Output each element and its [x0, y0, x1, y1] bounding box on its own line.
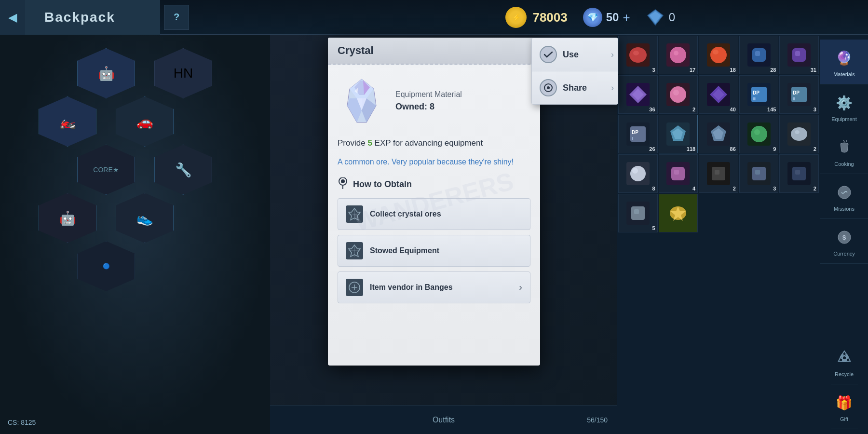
- context-menu: Use › Share ›: [531, 38, 618, 105]
- modal-overlay: WANDERERS Crystal: [0, 0, 868, 434]
- modal-title: Crystal: [338, 44, 374, 56]
- modal-content: Equipment Material Owned: 8 Provide 5 EX…: [328, 65, 540, 318]
- crystal-image: [338, 74, 386, 127]
- share-label: Share: [563, 83, 587, 93]
- obtain-item-3[interactable]: Item vendor in Banges ›: [338, 271, 530, 303]
- svg-point-63: [341, 179, 345, 183]
- how-to-obtain-header: How to Obtain: [338, 177, 530, 191]
- use-arrow: ›: [611, 50, 614, 60]
- obtain-arrow-3: ›: [519, 282, 522, 293]
- share-arrow: ›: [611, 83, 614, 93]
- obtain-text-3: Item vendor in Banges: [370, 283, 512, 292]
- obtain-icon-1: [346, 205, 363, 223]
- share-icon: [540, 79, 557, 96]
- context-menu-use[interactable]: Use ›: [532, 38, 618, 71]
- item-description-primary: Provide 5 EXP for advancing equipment: [338, 137, 530, 149]
- item-info: Equipment Material Owned: 8: [395, 90, 530, 112]
- use-label: Use: [563, 50, 579, 60]
- pin-icon: [338, 177, 348, 191]
- modal-title-bar: Crystal: [328, 38, 540, 65]
- context-menu-share[interactable]: Share ›: [532, 71, 618, 104]
- how-to-obtain-label: How to Obtain: [353, 179, 412, 190]
- obtain-item-1[interactable]: Collect crystal ores: [338, 198, 530, 230]
- item-detail-panel: WANDERERS Crystal: [328, 38, 540, 366]
- obtain-text-2: Stowed Equipment: [370, 246, 522, 255]
- obtain-icon-2: [346, 242, 363, 259]
- svg-point-75: [547, 86, 550, 89]
- use-icon: [540, 46, 557, 63]
- obtain-text-1: Collect crystal ores: [370, 210, 522, 218]
- obtain-icon-3: [346, 279, 363, 296]
- item-preview: Equipment Material Owned: 8: [338, 74, 530, 127]
- item-owned: Owned: 8: [395, 102, 530, 112]
- item-type: Equipment Material: [395, 90, 530, 99]
- obtain-item-2[interactable]: Stowed Equipment: [338, 235, 530, 267]
- item-description-flavor: A common ore. Very popular because they'…: [338, 156, 530, 168]
